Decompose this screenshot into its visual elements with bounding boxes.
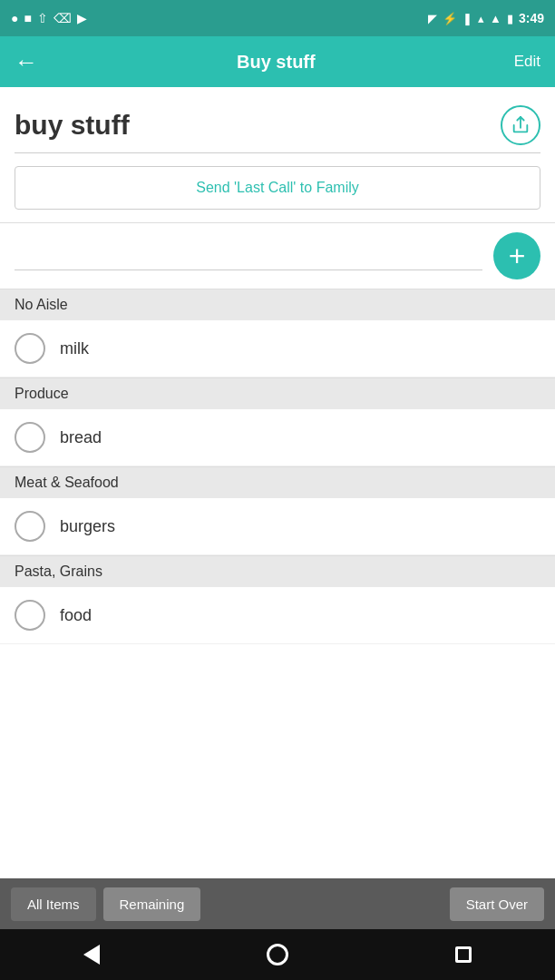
item-checkbox-food[interactable] (15, 600, 45, 631)
status-bar-right: ◤ ⚡ ❚ ▴ ▲ ▮ 3:49 (428, 11, 544, 25)
item-checkbox-bread[interactable] (15, 422, 45, 453)
app-header: ← Buy stuff Edit (0, 36, 555, 87)
header-title: Buy stuff (237, 52, 316, 73)
section-header-meat: Meat & Seafood (0, 467, 555, 498)
play-icon: ▶ (77, 11, 87, 25)
list-item[interactable]: bread (0, 409, 555, 466)
list-area: No Aisle milk Produce bread Meat & Seafo… (0, 289, 555, 980)
item-label-burgers: burgers (60, 517, 115, 536)
list-item[interactable]: burgers (0, 498, 555, 555)
section-header-pasta: Pasta, Grains (0, 556, 555, 587)
vibrate-icon: ❚ (462, 12, 472, 25)
status-bar: ● ■ ⇧ ⌫ ▶ ◤ ⚡ ❚ ▴ ▲ ▮ 3:49 (0, 0, 555, 36)
wifi-icon: ▴ (478, 12, 484, 25)
status-bar-left: ● ■ ⇧ ⌫ ▶ (11, 11, 87, 25)
nav-back-icon (83, 945, 100, 965)
section-header-no-aisle: No Aisle (0, 289, 555, 320)
nav-recents-button[interactable] (455, 946, 472, 963)
signal-icon: ▲ (490, 12, 501, 25)
android-nav-bar (0, 929, 555, 980)
add-item-row: + (0, 223, 555, 289)
cast-icon: ◤ (428, 12, 437, 25)
add-item-button[interactable]: + (493, 232, 540, 279)
item-label-food: food (60, 606, 92, 625)
add-item-input[interactable] (15, 242, 482, 270)
phone-icon: ⌫ (54, 11, 72, 25)
back-button[interactable]: ← (15, 48, 38, 76)
list-item[interactable]: milk (0, 320, 555, 377)
title-row: buy stuff (0, 87, 555, 152)
upload-icon: ⇧ (37, 11, 48, 25)
stop-icon: ■ (24, 11, 31, 25)
item-label-bread: bread (60, 428, 102, 447)
list-item[interactable]: food (0, 587, 555, 644)
toolbar-left: All Items Remaining (11, 887, 200, 921)
nav-home-button[interactable] (267, 944, 288, 965)
share-button[interactable] (501, 105, 540, 145)
send-btn-wrap: Send 'Last Call' to Family (0, 153, 555, 222)
main-content: buy stuff Send 'Last Call' to Family + N… (0, 87, 555, 980)
bluetooth-icon: ⚡ (443, 12, 457, 25)
send-last-call-button[interactable]: Send 'Last Call' to Family (15, 166, 540, 210)
status-time: 3:49 (519, 11, 544, 25)
list-title: buy stuff (15, 110, 130, 141)
start-over-button[interactable]: Start Over (450, 887, 544, 921)
battery-icon: ▮ (507, 12, 513, 25)
plus-icon: + (509, 241, 526, 270)
all-items-button[interactable]: All Items (11, 887, 96, 921)
section-header-produce: Produce (0, 378, 555, 409)
camera-icon: ● (11, 11, 18, 25)
item-checkbox-milk[interactable] (15, 333, 45, 364)
share-icon (511, 115, 531, 135)
nav-home-icon (267, 944, 288, 965)
item-checkbox-burgers[interactable] (15, 511, 45, 542)
bottom-toolbar: All Items Remaining Start Over (0, 878, 555, 929)
edit-button[interactable]: Edit (514, 53, 540, 71)
remaining-button[interactable]: Remaining (103, 887, 201, 921)
nav-recents-icon (455, 946, 472, 963)
nav-back-button[interactable] (83, 945, 100, 965)
item-label-milk: milk (60, 339, 89, 358)
